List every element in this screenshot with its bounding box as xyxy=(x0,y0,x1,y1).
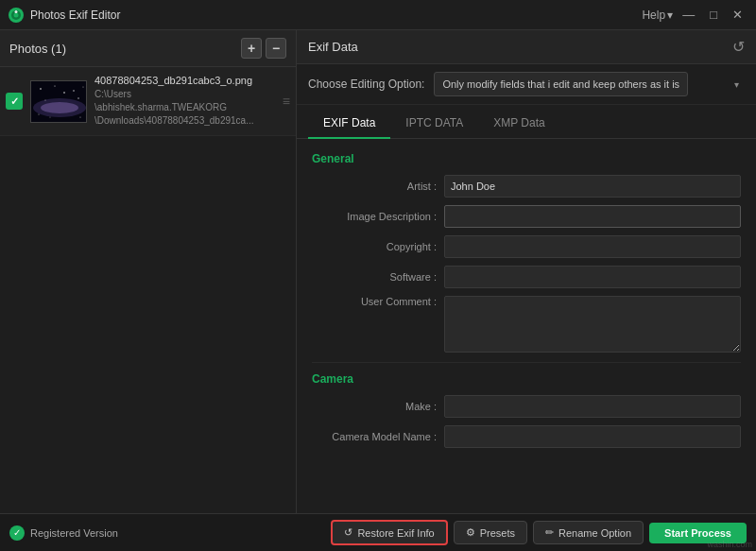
artist-row: Artist : xyxy=(312,175,741,198)
form-area: General Artist : Image Description : Cop… xyxy=(297,139,756,513)
minimize-button[interactable]: — xyxy=(677,6,700,24)
photos-title: Photos (1) xyxy=(9,42,66,56)
photo-name: 40878804253_db291cabc3_o.png xyxy=(94,75,279,86)
bottom-bar: ✓ Registered Version ↺ Restore Exif Info… xyxy=(0,513,756,551)
presets-icon: ⚙ xyxy=(466,526,475,539)
remove-photo-button[interactable]: − xyxy=(266,38,286,59)
status-text: Registered Version xyxy=(30,527,118,539)
watermark: washin.com xyxy=(707,540,752,549)
svg-point-6 xyxy=(41,102,78,113)
photo-path: C:\Users \abhishek.sharma.TWEAKORG \Down… xyxy=(94,88,279,128)
exif-title: Exif Data xyxy=(308,40,358,54)
photo-thumb-inner xyxy=(31,81,86,122)
rename-option-button[interactable]: ✏ Rename Option xyxy=(533,521,644,544)
photos-actions: + − xyxy=(241,38,286,59)
tab-exif-data[interactable]: EXIF Data xyxy=(308,109,390,139)
title-bar-right: Help ▾ — □ ✕ xyxy=(642,6,748,24)
chevron-down-icon: ▾ xyxy=(667,9,673,22)
rename-icon: ✏ xyxy=(545,526,554,539)
status-section: ✓ Registered Version xyxy=(9,525,325,541)
artist-input[interactable] xyxy=(444,175,741,198)
main-layout: Photos (1) + − ✓ xyxy=(0,30,756,513)
camera-section-label: Camera xyxy=(312,372,741,386)
add-photo-button[interactable]: + xyxy=(241,38,262,59)
select-arrow-icon: ▾ xyxy=(734,79,739,90)
svg-point-11 xyxy=(44,99,45,100)
editing-option-wrapper: Only modify fields that i edit and keep … xyxy=(434,72,745,96)
svg-point-12 xyxy=(77,97,78,98)
maximize-button[interactable]: □ xyxy=(704,6,723,24)
status-dot-icon: ✓ xyxy=(9,525,25,541)
tab-iptc-data[interactable]: IPTC DATA xyxy=(390,109,478,139)
svg-point-10 xyxy=(83,86,84,87)
thumbnail-image xyxy=(31,81,87,123)
svg-point-15 xyxy=(63,92,65,94)
make-row: Make : xyxy=(312,395,741,418)
left-panel: Photos (1) + − ✓ xyxy=(0,30,297,513)
drag-handle-icon: ≡ xyxy=(283,94,290,109)
image-description-label: Image Description : xyxy=(312,211,444,222)
copyright-label: Copyright : xyxy=(312,241,444,252)
software-row: Software : xyxy=(312,266,741,288)
editing-option-label: Choose Editing Option: xyxy=(308,77,424,91)
camera-model-input[interactable] xyxy=(444,425,741,448)
editing-option-bar: Choose Editing Option: Only modify field… xyxy=(297,64,756,105)
user-comment-row: User Comment : xyxy=(312,296,741,353)
photos-header: Photos (1) + − xyxy=(0,30,296,67)
check-status-icon: ✓ xyxy=(13,527,21,538)
editing-option-select[interactable]: Only modify fields that i edit and keep … xyxy=(434,72,688,96)
tab-xmp-data[interactable]: XMP Data xyxy=(478,109,559,139)
section-divider xyxy=(312,362,741,363)
svg-point-14 xyxy=(79,116,80,117)
right-panel: Exif Data ↺ Choose Editing Option: Only … xyxy=(297,30,756,513)
image-description-row: Image Description : xyxy=(312,205,741,228)
help-button[interactable]: Help ▾ xyxy=(642,9,673,22)
software-input[interactable] xyxy=(444,266,741,288)
svg-point-2 xyxy=(14,12,19,17)
svg-point-3 xyxy=(15,10,18,13)
exif-header: Exif Data ↺ xyxy=(297,30,756,64)
svg-point-8 xyxy=(54,85,55,86)
make-input[interactable] xyxy=(444,395,741,418)
software-label: Software : xyxy=(312,271,444,283)
make-label: Make : xyxy=(312,401,444,412)
camera-model-row: Camera Model Name : xyxy=(312,425,741,448)
app-icon xyxy=(8,7,25,24)
photo-thumbnail xyxy=(30,80,87,123)
user-comment-label: User Comment : xyxy=(312,296,444,307)
copyright-row: Copyright : xyxy=(312,235,741,258)
app-title: Photos Exif Editor xyxy=(30,9,120,22)
svg-point-13 xyxy=(39,113,40,114)
bottom-actions: ↺ Restore Exif Info ⚙ Presets ✏ Rename O… xyxy=(331,520,747,545)
user-comment-input[interactable] xyxy=(444,296,741,353)
title-bar-left: Photos Exif Editor xyxy=(8,7,120,24)
restore-icon: ↺ xyxy=(344,526,352,539)
restore-exif-button[interactable]: ↺ Restore Exif Info xyxy=(331,520,447,545)
tabs-bar: EXIF Data IPTC DATA XMP Data xyxy=(297,109,756,139)
title-bar: Photos Exif Editor Help ▾ — □ ✕ xyxy=(0,0,756,30)
artist-label: Artist : xyxy=(312,181,444,192)
photo-checkbox[interactable]: ✓ xyxy=(6,93,23,110)
close-button[interactable]: ✕ xyxy=(727,6,748,24)
check-icon: ✓ xyxy=(10,95,19,108)
svg-point-7 xyxy=(40,88,42,90)
general-section-label: General xyxy=(312,152,741,165)
presets-button[interactable]: ⚙ Presets xyxy=(454,521,527,544)
svg-point-16 xyxy=(50,116,51,117)
camera-model-label: Camera Model Name : xyxy=(312,431,444,442)
image-description-input[interactable] xyxy=(444,205,741,228)
refresh-button[interactable]: ↺ xyxy=(732,38,745,56)
copyright-input[interactable] xyxy=(444,235,741,258)
photo-info: 40878804253_db291cabc3_o.png C:\Users \a… xyxy=(94,75,279,128)
svg-point-9 xyxy=(73,90,74,91)
photo-item[interactable]: ✓ xyxy=(0,67,296,136)
